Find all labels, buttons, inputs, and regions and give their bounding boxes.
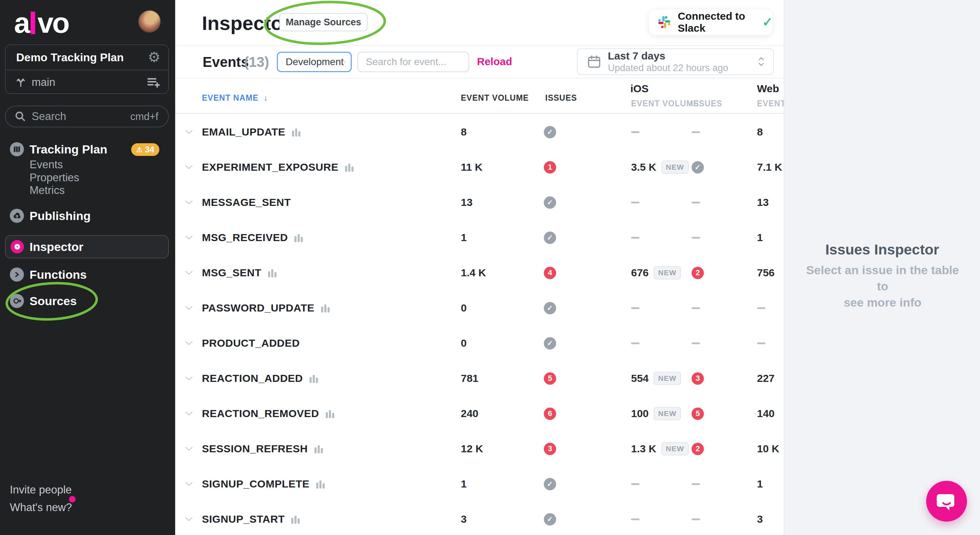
row-expand-chevron-icon[interactable] [185, 291, 194, 326]
invite-people-link[interactable]: Invite people [10, 483, 72, 497]
ios-issues-cell: ✓ [692, 150, 704, 185]
event-name-cell[interactable]: MSG_RECEIVED [202, 220, 304, 255]
event-name: MSG_SENT [202, 267, 261, 279]
web-sub-event-volume[interactable]: EVENT VOLUME [757, 99, 784, 109]
issue-count-badge[interactable]: 6 [544, 407, 556, 420]
connection-icon [10, 294, 24, 308]
table-row[interactable]: SIGNUP_START3✓3 [175, 501, 784, 535]
issue-count-badge[interactable]: 4 [544, 267, 556, 279]
ios-volume-cell: 676NEW [631, 255, 681, 291]
event-name-cell[interactable]: MESSAGE_SENT [202, 185, 291, 220]
warning-icon: ⚠ [136, 146, 142, 153]
event-search-input[interactable] [357, 52, 469, 72]
issue-count-badge[interactable]: 5 [544, 372, 556, 385]
sidebar-item-events[interactable]: Events [30, 158, 63, 172]
table-row[interactable]: MSG_SENT1.4 K4676NEW2756 [175, 255, 784, 291]
row-expand-chevron-icon[interactable] [185, 185, 194, 220]
row-expand-chevron-icon[interactable] [185, 431, 194, 466]
date-range-value: Last 7 days [608, 50, 728, 62]
user-avatar[interactable] [138, 10, 161, 33]
sidebar-item-properties[interactable]: Properties [30, 171, 79, 185]
branch-row[interactable]: main [6, 70, 168, 94]
slack-connected-button[interactable]: Connected to Slack ✓ [648, 9, 773, 35]
panel-title: Issues Inspector [784, 241, 980, 258]
table-row[interactable]: EXPERIMENT_EXPOSURE11 K13.5 KNEW✓7.1 K [175, 150, 784, 185]
row-expand-chevron-icon[interactable] [185, 466, 194, 501]
reload-link[interactable]: Reload [477, 56, 512, 67]
sidebar-item-functions[interactable]: Functions [10, 267, 86, 281]
event-name-cell[interactable]: EXPERIMENT_EXPOSURE [202, 150, 354, 185]
event-name-cell[interactable]: MSG_SENT [202, 255, 277, 291]
avo-logo[interactable]: a vo [14, 6, 68, 40]
volume-value: 1.3 K [631, 443, 656, 455]
gear-icon[interactable]: ⚙ [148, 50, 161, 64]
issue-count-badge[interactable]: 3 [544, 443, 556, 455]
event-name-cell[interactable]: REACTION_ADDED [202, 361, 319, 396]
volume-bars-icon [309, 374, 319, 383]
manage-sources-button[interactable]: Manage Sources [279, 13, 368, 31]
sidebar-item-inspector[interactable]: Inspector [5, 235, 169, 258]
volume-value: 140 [757, 407, 775, 420]
row-expand-chevron-icon[interactable] [185, 501, 194, 535]
empty-dash [692, 202, 700, 203]
new-badge: NEW [661, 161, 689, 174]
table-row[interactable]: PRODUCT_ADDED0✓ [175, 326, 784, 361]
table-row[interactable]: REACTION_REMOVED2406100NEW5140 [175, 396, 784, 431]
issues-count-badge[interactable]: ⚠ 34 [131, 143, 159, 156]
row-expand-chevron-icon[interactable] [185, 396, 194, 431]
event-name-cell[interactable]: EMAIL_UPDATE [202, 114, 301, 150]
column-event-volume[interactable]: EVENT VOLUME [461, 93, 529, 103]
row-expand-chevron-icon[interactable] [185, 326, 194, 361]
environment-select[interactable]: Development [277, 52, 352, 72]
new-badge: NEW [654, 372, 681, 385]
event-name-cell[interactable]: SESSION_REFRESH [202, 431, 324, 466]
new-branch-icon[interactable] [146, 75, 161, 89]
no-issues-check-icon: ✓ [544, 302, 556, 314]
row-expand-chevron-icon[interactable] [185, 220, 194, 255]
sidebar-search[interactable]: Search cmd+f [5, 105, 169, 128]
issue-count-badge[interactable]: 1 [544, 161, 556, 174]
table-row[interactable]: REACTION_ADDED7815554NEW3227 [175, 361, 784, 396]
ios-volume-cell [631, 501, 640, 535]
search-shortcut: cmd+f [130, 111, 158, 123]
event-name: SIGNUP_COMPLETE [202, 478, 310, 490]
sidebar-item-metrics[interactable]: Metrics [30, 184, 65, 198]
event-name-cell[interactable]: SIGNUP_COMPLETE [202, 466, 325, 501]
sidebar-item-tracking-plan[interactable]: Tracking Plan [10, 142, 107, 156]
table-row[interactable]: PASSWORD_UPDATE0✓ [175, 291, 784, 326]
event-name-cell[interactable]: SIGNUP_START [202, 501, 301, 535]
table-row[interactable]: MSG_RECEIVED1✓1 [175, 220, 784, 255]
issue-count-badge[interactable]: 2 [692, 443, 704, 455]
new-badge: NEW [654, 266, 681, 279]
sidebar-item-publishing[interactable]: Publishing [10, 209, 91, 223]
row-expand-chevron-icon[interactable] [185, 361, 194, 396]
chat-widget-button[interactable] [926, 481, 967, 522]
row-expand-chevron-icon[interactable] [185, 150, 194, 185]
date-range-select[interactable]: Last 7 days Updated about 22 hours ago [577, 48, 774, 75]
empty-dash [692, 519, 700, 520]
issue-count-badge[interactable]: 2 [692, 267, 704, 279]
table-row[interactable]: SESSION_REFRESH12 K31.3 KNEW210 K [175, 431, 784, 466]
no-issues-check-icon: ✓ [544, 513, 556, 525]
sidebar-item-sources[interactable]: Sources [10, 294, 77, 308]
issue-count-badge[interactable]: 5 [692, 407, 704, 420]
whats-new-link[interactable]: What's new? [10, 500, 72, 514]
row-expand-chevron-icon[interactable] [185, 114, 194, 150]
ios-sub-issues[interactable]: ISSUES [690, 99, 722, 109]
table-row[interactable]: SIGNUP_COMPLETE1✓1 [175, 466, 784, 501]
event-name-cell[interactable]: PASSWORD_UPDATE [202, 291, 330, 326]
date-updated-label: Updated about 22 hours ago [608, 63, 728, 73]
table-row[interactable]: EMAIL_UPDATE8✓8 [175, 114, 784, 150]
column-event-name[interactable]: EVENT NAME ↓ [202, 93, 268, 103]
new-badge: NEW [661, 442, 689, 455]
row-expand-chevron-icon[interactable] [185, 255, 194, 291]
issue-count-badge[interactable]: 3 [692, 372, 704, 385]
table-row[interactable]: MESSAGE_SENT13✓13 [175, 185, 784, 220]
ios-sub-event-volume[interactable]: EVENT VOLUME [631, 99, 699, 109]
workspace-row[interactable]: Demo Tracking Plan ⚙ [6, 45, 168, 70]
search-icon [14, 110, 27, 123]
event-volume-cell: 8 [461, 114, 467, 150]
event-name-cell[interactable]: PRODUCT_ADDED [202, 326, 300, 361]
event-name-cell[interactable]: REACTION_REMOVED [202, 396, 335, 431]
column-issues[interactable]: ISSUES [545, 93, 577, 103]
